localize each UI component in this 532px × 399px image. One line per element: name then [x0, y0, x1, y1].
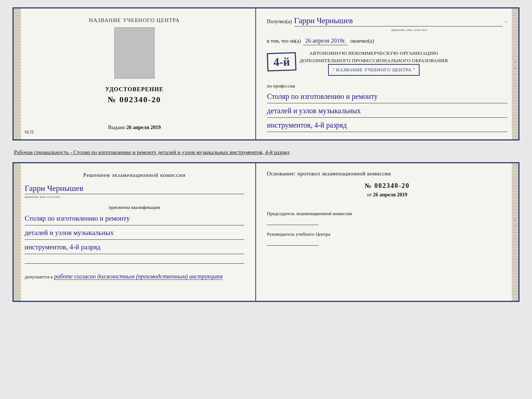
- chairman-signature-line: [267, 219, 319, 225]
- side-char-3: а: [514, 65, 516, 70]
- director-block: Руководитель учебного Центра: [267, 231, 507, 246]
- b-side-char-1: –: [514, 211, 516, 215]
- protocol-number: № 002340-20: [267, 182, 507, 190]
- profession-line1: Столяр по изготовлению и ремонту: [267, 90, 507, 103]
- assigned-text: присвоена квалификация: [25, 204, 244, 210]
- side-char-7: –: [514, 90, 516, 95]
- bottom-name-subtitle: (фамилия, имя, отчество): [25, 195, 244, 199]
- profession-line2: деталей и узлов музыкальных: [267, 105, 507, 118]
- subtitle-text: Рабочая специальность - Столяр по изгото…: [12, 146, 520, 156]
- basis-title: Основание: протокол экзаменационной коми…: [267, 171, 507, 177]
- name-subtitle-top: (фамилия, имя, отчество): [311, 28, 507, 32]
- allow-prefix: допускается к: [25, 274, 53, 279]
- photo-placeholder: [114, 27, 155, 79]
- profession-label: по профессии: [267, 83, 507, 89]
- b-side-char-3: а: [514, 224, 516, 228]
- org-name: " НАЗВАНИЕ УЧЕБНОГО ЦЕНТРА ": [328, 64, 420, 76]
- commission-title: Решением экзаменационной комиссии: [25, 172, 244, 178]
- top-cert-right: Получил(а) Гарри Чернышев – (фамилия, им…: [256, 8, 518, 139]
- allow-value: работе согласно должностным (производств…: [54, 273, 222, 280]
- b-side-char-7: –: [514, 249, 516, 253]
- cert-label: УДОСТОВЕРЕНИЕ: [105, 86, 163, 93]
- issued-date: 26 апреля 2019: [126, 125, 161, 130]
- chairman-label: Председатель экзаменационной комиссии: [267, 210, 507, 217]
- protocol-date-value: 26 апреля 2019: [373, 192, 407, 197]
- protocol-date-prefix: от: [367, 192, 372, 197]
- intom-prefix: в том, что он(а): [267, 38, 301, 44]
- side-char-2: и: [514, 59, 516, 63]
- director-label: Руководитель учебного Центра: [267, 231, 507, 238]
- top-certificate: НАЗВАНИЕ УЧЕБНОГО ЦЕНТРА УДОСТОВЕРЕНИЕ №…: [12, 7, 520, 140]
- recipient-name: Гарри Чернышев: [294, 16, 503, 26]
- bottom-recipient-name: Гарри Чернышев: [25, 184, 83, 193]
- intom-line: в том, что он(а) 26 апреля 2019г. окончи…: [267, 38, 507, 45]
- allow-text-block: допускается к работе согласно должностны…: [25, 273, 244, 280]
- bottom-right: Основание: протокол экзаменационной коми…: [256, 163, 518, 301]
- org-line1: АВТОНОМНУЮ НЕКОММЕРЧЕСКУЮ ОРГАНИЗАЦИЮ: [300, 50, 448, 57]
- b-side-char-5: –: [514, 236, 516, 240]
- b-side-char-2: и: [514, 217, 516, 221]
- intom-date: 26 апреля 2019г.: [303, 38, 348, 45]
- learning-center-title: НАЗВАНИЕ УЧЕБНОГО ЦЕНТРА: [89, 17, 180, 24]
- top-cert-left: НАЗВАНИЕ УЧЕБНОГО ЦЕНТРА УДОСТОВЕРЕНИЕ №…: [14, 8, 256, 139]
- bottom-name-block: Гарри Чернышев: [25, 184, 244, 194]
- bottom-left: Решением экзаменационной комиссии Гарри …: [14, 163, 256, 301]
- side-char-6: –: [514, 84, 516, 88]
- grade-text: 4-й: [273, 56, 290, 68]
- org-block: АВТОНОМНУЮ НЕКОММЕРЧЕСКУЮ ОРГАНИЗАЦИЮ ДО…: [300, 50, 448, 76]
- received-prefix: Получил(а): [267, 19, 292, 25]
- b-side-char-6: –: [514, 242, 516, 246]
- side-char-4: ←: [513, 72, 517, 76]
- cert-number: № 002340-20: [108, 95, 161, 104]
- protocol-date: от 26 апреля 2019: [267, 192, 507, 198]
- grade-banner: 4-й: [267, 52, 296, 72]
- bottom-side-decoration-right: – и а ← – – –: [512, 163, 518, 301]
- issued-line: Выдано 26 апреля 2019: [108, 125, 161, 131]
- dash1: –: [505, 19, 507, 25]
- side-char-5: –: [514, 78, 516, 82]
- mp-label: М.П.: [25, 129, 35, 135]
- qual-line2: деталей и узлов музыкальных: [25, 227, 244, 240]
- qual-line1: Столяр по изготовлению и ремонту: [25, 213, 244, 225]
- profession-line3: инструментов, 4-й разряд: [267, 119, 507, 132]
- qual-line3: инструментов, 4-й разряд: [25, 241, 244, 254]
- chairman-block: Председатель экзаменационной комиссии: [267, 210, 507, 226]
- director-signature-line: [267, 240, 319, 246]
- okoncil-text: окончил(а): [350, 38, 374, 44]
- side-decoration-right: – и а ← – – –: [512, 8, 518, 139]
- org-line2: ДОПОЛНИТЕЛЬНОГО ПРОФЕССИОНАЛЬНОГО ОБРАЗО…: [300, 57, 448, 64]
- received-line: Получил(а) Гарри Чернышев –: [267, 16, 507, 26]
- b-side-char-4: ←: [513, 230, 517, 234]
- bottom-certificate: Решением экзаменационной комиссии Гарри …: [12, 162, 520, 302]
- side-char-1: –: [514, 53, 516, 57]
- issued-label: Выдано: [108, 125, 125, 130]
